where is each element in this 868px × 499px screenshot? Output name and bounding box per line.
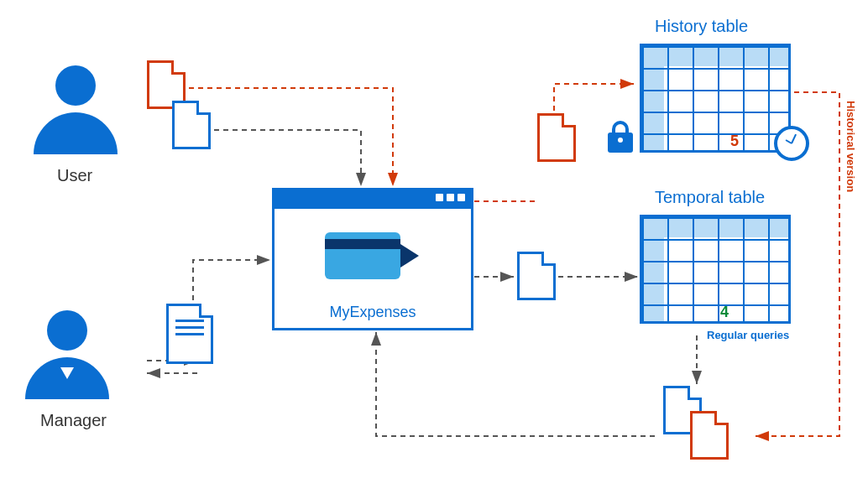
history-table [640,44,791,153]
arrow-icon [400,244,419,268]
credit-card-icon [325,232,400,279]
manager-label: Manager [40,411,107,430]
myexpenses-app-window: MyExpenses [272,188,473,330]
temporal-input-doc [517,252,556,300]
user-label: User [57,166,92,185]
result-doc-orange [690,411,729,460]
temporal-table [640,215,791,324]
manager-doc [166,304,213,364]
diagram-stage: { "actors": { "user": { "label": "User" … [0,0,868,499]
history-marker: 5 [730,133,739,150]
window-titlebar [275,190,471,209]
app-caption: MyExpenses [275,304,471,321]
historical-version-label: Historical version [844,101,857,192]
history-input-doc [537,113,576,162]
temporal-marker: 4 [720,304,729,321]
lock-icon [608,121,633,158]
user-actor [34,65,118,154]
user-doc-blue [172,101,211,149]
history-table-title: History table [655,17,748,36]
manager-actor [25,310,109,399]
temporal-table-title: Temporal table [655,188,765,207]
regular-queries-label: Regular queries [707,329,789,341]
clock-icon [774,126,809,161]
